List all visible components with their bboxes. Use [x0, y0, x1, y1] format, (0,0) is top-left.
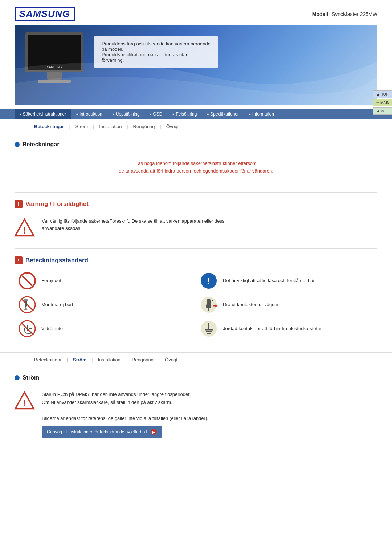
important-label: Det är viktigt att alltid läsa och först…	[223, 278, 315, 283]
icons-grid: Förbjudet ! Det är viktigt att alltid lä…	[15, 272, 377, 338]
svg-rect-9	[24, 299, 28, 301]
icon-row-important: ! Det är viktigt att alltid läsa och för…	[200, 272, 374, 290]
banner-line2: på modell.	[102, 46, 123, 52]
strom-text: Ställ in PC:n på DPMS, när den inte anvä…	[42, 390, 208, 438]
warning-line2: användare skadas.	[42, 226, 82, 231]
strom-line3: Bilderna är endast för referens, de gäll…	[42, 414, 208, 422]
strom-warning-icon: !	[15, 390, 34, 410]
bottom-subnav-rengoring[interactable]: Rengöring	[127, 357, 159, 362]
strom-circle-icon	[15, 375, 20, 380]
info-box: Läs noga igenom följande säkerhetsinstru…	[44, 154, 348, 181]
subnav-rengoring[interactable]: Rengöring	[128, 124, 160, 129]
top-arrow-icon: ▲	[376, 92, 380, 96]
warning-triangle-icon: !	[15, 218, 34, 238]
icon-row-grounded: Jordad kontakt för att förhindra elektri…	[200, 320, 374, 338]
icon-row-vidror: Vidrör inte	[18, 320, 192, 338]
warning-content: ! Var vänlig läs följande säkerhetsFöres…	[15, 214, 377, 241]
bottom-subnav-strom[interactable]: Ström	[68, 357, 92, 362]
strom-line2: Om Ni använder skärmsläckare, så ställ i…	[42, 398, 208, 406]
svg-text:!: !	[23, 398, 26, 408]
svg-rect-13	[206, 304, 211, 308]
vidror-label: Vidrör inte	[41, 326, 63, 331]
grounded-icon	[200, 320, 218, 338]
standard-section: ! Beteckningsstandard Förbjudet ! Det är…	[0, 249, 392, 345]
no-disassemble-icon	[18, 296, 36, 314]
icon-row-unplug: Dra ut kontakten ur väggen	[200, 296, 374, 314]
model-label: Modell	[312, 11, 328, 17]
monitor-illustration	[25, 32, 83, 83]
model-value: SyncMaster 225MW	[332, 11, 377, 17]
up-arrow-icon: ▲	[376, 109, 380, 113]
warning-text: Var vänlig läs följande säkerhetsFöreskr…	[42, 218, 224, 233]
banner-line1: Produktens färg och utseende kan variera…	[102, 41, 211, 46]
bottom-subnav-beteckningar[interactable]: Beteckningar	[29, 357, 67, 362]
side-buttons: ▲ TOP ↩ MAIN ▲ ✉	[373, 90, 392, 115]
svg-rect-14	[208, 308, 209, 311]
bottom-subnav-installation[interactable]: Installation	[93, 357, 126, 362]
info-text-line2: de är avsedda att förhindra person- och …	[119, 168, 273, 174]
shortcut-button[interactable]: Genväg till instruktioner för förhindran…	[42, 426, 162, 438]
unplug-icon	[200, 296, 218, 314]
nav-item-specifikationer[interactable]: Specifikationer	[202, 109, 244, 119]
nav-item-uppstallning[interactable]: Uppställning	[107, 109, 145, 119]
monitor-stand	[47, 72, 62, 80]
subnav-installation[interactable]: Installation	[94, 124, 127, 129]
important-icon: !	[200, 272, 218, 290]
warning-line1: Var vänlig läs följande säkerhetsFöreskr…	[42, 218, 224, 224]
beteckningar-section: Beteckningar Läs noga igenom följande sä…	[0, 134, 392, 192]
strom-title: Ström	[15, 374, 377, 381]
standard-title: ! Beteckningsstandard	[15, 256, 377, 264]
nav-item-osd[interactable]: OSD	[145, 109, 168, 119]
subnav-strom[interactable]: Ström	[70, 124, 93, 129]
samsung-logo: SAMSUNG	[15, 7, 75, 21]
standard-exclaim-icon: !	[15, 256, 23, 264]
icon-row-forbjudet: Förbjudet	[18, 272, 192, 290]
icon-row-montera: Montera ej bort	[18, 296, 192, 314]
svg-text:!: !	[23, 226, 26, 235]
subnav: Beteckningar | Ström | Installation | Re…	[0, 119, 392, 134]
model-info: Modell SyncMaster 225MW	[312, 11, 377, 17]
email-button[interactable]: ▲ ✉	[373, 107, 392, 115]
warning-section: ! Varning / Försiktighet ! Var vänlig lä…	[0, 193, 392, 248]
strom-heading: Ström	[23, 374, 39, 381]
nav-item-felsokning[interactable]: Felsökning	[168, 109, 202, 119]
beteckningar-title: Beteckningar	[15, 141, 377, 148]
subnav-ovrigt[interactable]: Övrigt	[161, 124, 184, 129]
svg-marker-10	[24, 307, 28, 310]
warning-heading: Varning / Försiktighet	[25, 200, 89, 208]
strom-content: ! Ställ in PC:n på DPMS, när den inte an…	[15, 387, 377, 442]
warning-exclaim-icon: !	[15, 200, 23, 208]
top-button[interactable]: ▲ TOP	[373, 90, 392, 98]
shortcut-arrow-icon: ▶	[151, 429, 157, 435]
blue-circle-icon	[15, 142, 20, 147]
monitor-screen	[25, 32, 83, 72]
svg-rect-12	[207, 299, 211, 304]
standard-heading: Beteckningsstandard	[25, 257, 88, 264]
unplug-label: Dra ut kontakten ur väggen	[223, 302, 280, 307]
svg-line-3	[22, 276, 32, 286]
warning-title: ! Varning / Försiktighet	[15, 200, 377, 208]
grounded-label: Jordad kontakt för att förhindra elektri…	[223, 326, 322, 331]
strom-line1: Ställ in PC:n på DPMS, när den inte anvä…	[42, 390, 208, 398]
bottom-subnav-ovrigt[interactable]: Övrigt	[160, 357, 183, 362]
forbjudet-label: Förbjudet	[41, 278, 61, 283]
no-touch-icon	[18, 320, 36, 338]
svg-text:!: !	[207, 275, 211, 286]
beteckningar-heading: Beteckningar	[23, 141, 59, 148]
subnav-beteckningar[interactable]: Beteckningar	[29, 124, 69, 129]
navbar: Säkerhetsinstruktioner Introduktion Upps…	[0, 109, 392, 119]
main-button[interactable]: ↩ MAIN	[373, 99, 392, 106]
header: SAMSUNG Modell SyncMaster 225MW	[0, 0, 392, 25]
nav-item-information[interactable]: Information	[244, 109, 279, 119]
montera-label: Montera ej bort	[41, 302, 73, 307]
info-text-line1: Läs noga igenom följande säkerhetsinstru…	[135, 161, 257, 166]
banner: Produktens färg och utseende kan variera…	[15, 25, 377, 105]
banner-line3: Produktspecifikationerna kan ändras utan…	[102, 52, 188, 63]
bottom-subnav: Beteckningar | Ström | Installation | Re…	[0, 352, 392, 367]
nav-item-sakerhet[interactable]: Säkerhetsinstruktioner	[15, 109, 71, 119]
main-arrow-icon: ↩	[376, 101, 379, 105]
nav-item-introduktion[interactable]: Introduktion	[71, 109, 107, 119]
strom-section: Ström ! Ställ in PC:n på DPMS, när den i…	[0, 367, 392, 449]
banner-text: Produktens färg och utseende kan variera…	[94, 36, 218, 68]
shortcut-label: Genväg till instruktioner för förhindran…	[47, 428, 148, 436]
